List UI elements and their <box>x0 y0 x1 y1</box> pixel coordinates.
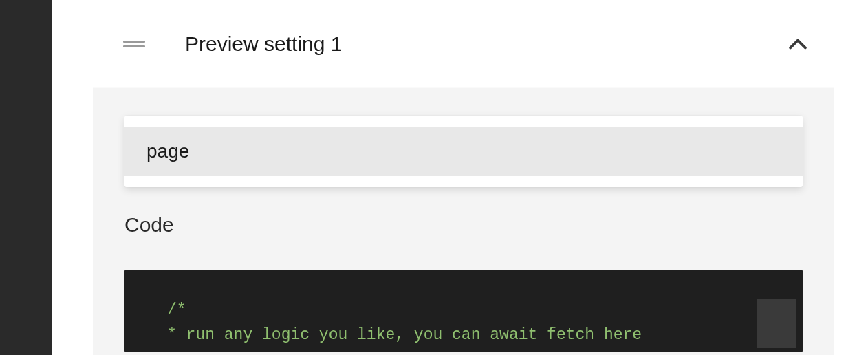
panel-header: Preview setting 1 <box>93 0 834 88</box>
tab-page[interactable]: page <box>124 127 803 176</box>
dark-sidebar <box>0 0 52 355</box>
tab-row: page <box>124 116 803 187</box>
code-line: /* <box>167 299 760 323</box>
chevron-up-icon <box>789 39 807 50</box>
code-line: * run any logic you like, you can await … <box>167 323 760 348</box>
content-area: page Code /* * run any logic you like, y… <box>93 88 834 355</box>
main-panel: Preview setting 1 page Code /* * run any… <box>93 0 834 355</box>
panel-title: Preview setting 1 <box>185 32 789 56</box>
code-editor[interactable]: /* * run any logic you like, you can awa… <box>124 270 803 352</box>
code-section-label: Code <box>124 213 803 237</box>
collapse-button[interactable] <box>789 35 807 53</box>
drag-handle-icon[interactable] <box>123 41 145 47</box>
scrollbar-thumb[interactable] <box>757 299 796 348</box>
